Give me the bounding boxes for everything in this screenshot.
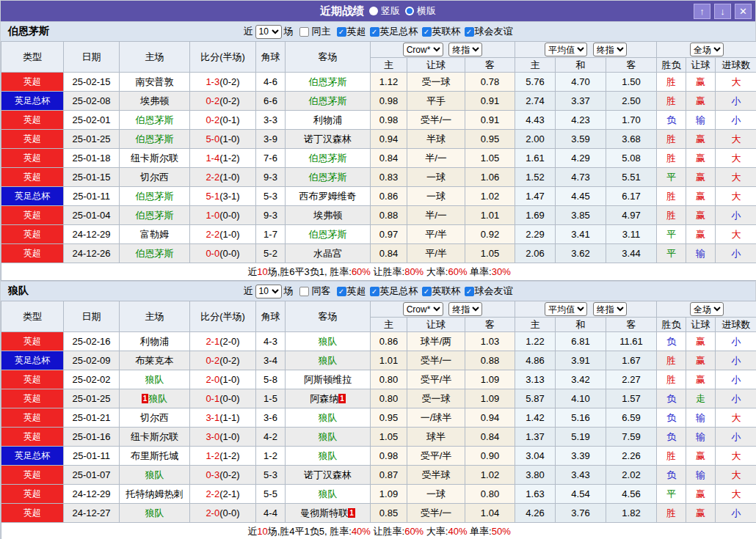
avg-draw-cell: 3.37 bbox=[556, 92, 606, 111]
result-handicap-cell: 输 bbox=[686, 466, 716, 485]
full-match-select[interactable]: 全场 bbox=[690, 43, 724, 56]
avg-away-cell: 11.61 bbox=[606, 332, 657, 351]
avg-draw-cell: 3.62 bbox=[556, 244, 606, 263]
bookmaker-select[interactable]: Crow* bbox=[403, 302, 443, 316]
full-match-select-cell: 全场 bbox=[657, 42, 756, 58]
league-checkbox[interactable]: ✓ bbox=[422, 27, 432, 37]
corners-cell: 6-6 bbox=[256, 92, 286, 111]
col-header-away: 客场 bbox=[286, 301, 371, 332]
col-header-avg-away: 客 bbox=[606, 318, 657, 332]
match-row: 英足总杯25-02-09布莱克本0-2(0-2)3-4狼队1.01受半/一0.8… bbox=[1, 351, 756, 370]
move-down-button[interactable]: ↓ bbox=[714, 4, 731, 19]
recent-results-window: 近期战绩 竖版 横版 ↑ ↓ ✕ 伯恩茅斯 近 10 场 bbox=[0, 0, 756, 539]
avg-home-cell: 5.87 bbox=[515, 389, 556, 408]
crow-home-odds-cell: 1.01 bbox=[371, 351, 407, 370]
average-select[interactable]: 平均值 bbox=[545, 302, 587, 316]
col-header-corners: 角球 bbox=[256, 301, 286, 332]
bookmaker-select[interactable]: Crow* bbox=[403, 43, 443, 56]
full-match-select[interactable]: 全场 bbox=[690, 302, 724, 316]
league-type-cell: 英足总杯 bbox=[1, 351, 64, 370]
final-index-select[interactable]: 终指 bbox=[448, 43, 482, 56]
home-team-name: 布里斯托城 bbox=[131, 450, 178, 461]
league-label: 球会友谊 bbox=[475, 285, 513, 298]
crow-away-odds-cell: 0.80 bbox=[465, 485, 515, 504]
result-outcome-cell: 平 bbox=[657, 485, 686, 504]
close-button[interactable]: ✕ bbox=[735, 4, 752, 19]
league-label: 英超 bbox=[347, 25, 366, 38]
avg-home-cell: 1.61 bbox=[515, 149, 556, 168]
home-team-cell: 布莱克本 bbox=[120, 351, 190, 370]
home-team-name: 纽卡斯尔联 bbox=[131, 431, 178, 442]
avg-home-cell: 1.69 bbox=[515, 206, 556, 225]
same-venue-checkbox[interactable] bbox=[299, 287, 309, 296]
league-label: 英足总杯 bbox=[380, 25, 418, 38]
average-final-index-select[interactable]: 终指 bbox=[593, 302, 627, 316]
same-venue-checkbox[interactable] bbox=[299, 27, 309, 37]
league-checkbox[interactable]: ✓ bbox=[465, 287, 474, 296]
col-header-away: 客场 bbox=[286, 42, 371, 73]
titlebar: 近期战绩 竖版 横版 ↑ ↓ ✕ bbox=[1, 1, 755, 21]
league-checkbox[interactable]: ✓ bbox=[337, 287, 346, 296]
summary-row: 近10场,胜6平3负1, 胜率:60% 让胜率:80% 大率:60% 单率:30… bbox=[1, 263, 756, 281]
final-index-select[interactable]: 终指 bbox=[448, 302, 482, 316]
result-goals-cell: 大 bbox=[716, 187, 756, 206]
crow-away-odds-cell: 0.91 bbox=[465, 92, 515, 111]
average-final-index-select[interactable]: 终指 bbox=[593, 43, 627, 56]
recent-count-select[interactable]: 10 bbox=[255, 25, 282, 39]
halftime-score: (0-2) bbox=[219, 76, 239, 87]
league-checkbox[interactable]: ✓ bbox=[465, 27, 474, 37]
avg-draw-cell: 3.39 bbox=[556, 447, 606, 466]
home-team-cell: 伯恩茅斯 bbox=[120, 206, 190, 225]
date-cell: 25-01-16 bbox=[64, 428, 120, 447]
average-select[interactable]: 平均值 bbox=[545, 43, 587, 56]
match-row: 英超25-02-16利物浦2-1(2-0)4-3狼队0.86球半/两1.031.… bbox=[1, 332, 756, 351]
summary-text: 单率: bbox=[467, 266, 491, 277]
league-checkbox[interactable]: ✓ bbox=[422, 287, 432, 296]
score-cell: 2-0(0-0) bbox=[190, 504, 256, 523]
avg-draw-cell: 3.43 bbox=[556, 466, 606, 485]
result-outcome-cell: 平 bbox=[657, 244, 686, 263]
score-cell: 1-2(1-2) bbox=[190, 447, 256, 466]
score-cell: 1-3(0-2) bbox=[190, 73, 256, 92]
avg-draw-cell: 4.23 bbox=[556, 111, 606, 130]
col-header-crow-away: 客 bbox=[465, 58, 515, 73]
crow-handicap-cell: 受平/半 bbox=[407, 370, 465, 389]
league-checkbox[interactable]: ✓ bbox=[337, 27, 346, 37]
score-cell: 2-2(1-0) bbox=[190, 225, 256, 244]
result-outcome-cell: 平 bbox=[657, 168, 686, 187]
score-cell: 0-1(0-0) bbox=[190, 389, 256, 408]
avg-home-cell: 1.42 bbox=[515, 408, 556, 428]
move-up-button[interactable]: ↑ bbox=[694, 4, 710, 19]
col-header-avg-home: 主 bbox=[515, 318, 556, 332]
crow-away-odds-cell: 1.05 bbox=[465, 244, 515, 263]
league-checkbox[interactable]: ✓ bbox=[370, 27, 379, 37]
radio-vertical-icon[interactable] bbox=[369, 7, 378, 15]
result-outcome-cell: 胜 bbox=[657, 149, 686, 168]
away-team-cell: 阿斯顿维拉 bbox=[286, 370, 371, 389]
avg-away-cell: 1.57 bbox=[606, 389, 657, 408]
recent-count-select[interactable]: 10 bbox=[255, 285, 282, 298]
corners-cell: 5-3 bbox=[256, 466, 286, 485]
crow-handicap-cell: 半球 bbox=[407, 130, 465, 149]
crow-home-odds-cell: 0.80 bbox=[371, 389, 407, 408]
score-cell: 5-1(3-1) bbox=[190, 187, 256, 206]
corners-cell: 7-6 bbox=[256, 149, 286, 168]
league-checkbox[interactable]: ✓ bbox=[370, 287, 379, 296]
result-outcome-cell: 负 bbox=[657, 332, 686, 351]
crow-home-odds-cell: 0.80 bbox=[371, 370, 407, 389]
match-row: 英超24-12-26伯恩茅斯0-0(0-0)5-2水晶宫0.84平/半1.052… bbox=[1, 244, 756, 263]
crow-home-odds-cell: 1.05 bbox=[371, 428, 407, 447]
away-team-name: 诺丁汉森林 bbox=[304, 469, 352, 480]
result-outcome-cell: 胜 bbox=[657, 504, 686, 523]
result-goals-cell: 大 bbox=[716, 149, 756, 168]
score-cell: 1-0(0-0) bbox=[190, 206, 256, 225]
date-cell: 25-02-02 bbox=[64, 370, 120, 389]
summary-stat-value: 60% bbox=[404, 526, 424, 537]
away-team-name: 伯恩茅斯 bbox=[309, 153, 347, 164]
layout-option-horizontal[interactable]: 横版 bbox=[405, 4, 436, 18]
fulltime-score: 5-1 bbox=[206, 191, 219, 202]
radio-horizontal-icon[interactable] bbox=[405, 7, 414, 15]
same-venue-label: 同客 bbox=[312, 285, 331, 298]
layout-option-vertical[interactable]: 竖版 bbox=[369, 4, 400, 18]
home-team-name: 狼队 bbox=[145, 469, 164, 480]
